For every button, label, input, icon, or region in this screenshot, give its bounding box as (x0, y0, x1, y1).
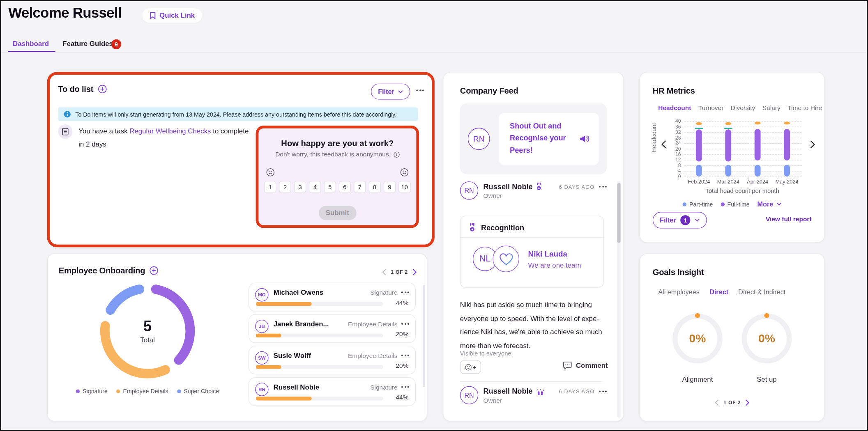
medal-icon (469, 223, 475, 232)
onboarding-prev-icon[interactable] (382, 269, 387, 275)
todo-filter-button[interactable]: Filter (371, 83, 410, 99)
employee-row-menu[interactable] (401, 386, 409, 388)
post-timestamp: 6 DAYS AGO (559, 183, 595, 190)
setup-gauge: 0% (742, 314, 792, 363)
survey-subtitle-text: Don't worry, this feedback is anonymous. (275, 151, 391, 158)
post-body-line: Niki has put aside so much time to bring… (460, 298, 602, 312)
hr-tab-diversity[interactable]: Diversity (731, 105, 755, 111)
progress-track (256, 365, 383, 369)
hr-chart-next-icon[interactable] (810, 140, 815, 149)
setup-gauge-value: 0% (742, 314, 792, 363)
shout-out-inner: Shout Out and Recognise your Peers! (499, 113, 599, 165)
employee-stage: Employee Details (348, 352, 398, 359)
employee-row-menu[interactable] (401, 323, 409, 325)
employee-name: Michael Owens (274, 289, 324, 296)
avatar: RN (460, 181, 478, 199)
divider (460, 237, 603, 238)
tab-dashboard[interactable]: Dashboard (13, 40, 49, 48)
onboarding-row-susie: SW Susie Wolff Employee Details 20% (249, 346, 416, 374)
goals-tab-all-employees[interactable]: All employees (658, 288, 700, 296)
goals-insight-card: Goals Insight All employees Direct Direc… (639, 253, 824, 422)
shout-out-banner[interactable]: RN Shout Out and Recognise your Peers! (460, 103, 607, 174)
onboarding-next-icon[interactable] (412, 269, 417, 275)
employee-name: Janek Branden... (274, 320, 329, 328)
todo-info-banner: To Do items will only start generating f… (58, 107, 418, 121)
post-author-role: Owner (483, 397, 545, 404)
recognition-heart-badge (493, 245, 519, 272)
setup-gauge-label: Set up (734, 376, 800, 383)
task-link[interactable]: Regular Wellbeing Checks (129, 127, 211, 135)
legend-label-part-time: Part-time (689, 201, 713, 207)
rating-button-9[interactable]: 9 (383, 181, 396, 193)
onboarding-row-michael-owens: MO Michael Owens Signature 44% (249, 283, 416, 312)
rating-button-7[interactable]: 7 (354, 181, 366, 193)
add-onboarding-icon[interactable] (150, 266, 159, 275)
hr-chart-prev-icon[interactable] (661, 140, 666, 149)
comment-button[interactable]: Comment (563, 361, 608, 369)
goals-tab-direct[interactable]: Direct (709, 288, 728, 296)
rating-button-1[interactable]: 1 (264, 181, 276, 193)
goals-tab-direct-indirect[interactable]: Direct & Indirect (738, 288, 785, 296)
todo-more-menu[interactable] (416, 89, 424, 91)
rating-button-10[interactable]: 10 (398, 181, 411, 193)
employee-stage: Signature (370, 384, 397, 390)
onboarding-scrollbar[interactable] (423, 285, 425, 387)
rating-button-6[interactable]: 6 (338, 181, 351, 193)
employee-name: Russell Noble (274, 383, 319, 391)
employee-row-menu[interactable] (401, 355, 409, 356)
add-reaction-button[interactable]: + (460, 360, 481, 374)
onboarding-legend: Signature Employee Details Super Choice (52, 388, 243, 394)
rating-scale: 1 2 3 4 5 6 7 8 9 10 (264, 181, 411, 193)
raised-hands-icon (536, 387, 545, 395)
employee-row-menu[interactable] (401, 291, 409, 293)
rating-button-3[interactable]: 3 (294, 181, 306, 193)
todo-title: To do list (58, 84, 93, 94)
quick-link-button[interactable]: Quick Link (142, 8, 202, 23)
goals-prev-icon[interactable] (715, 399, 719, 406)
view-full-report-link[interactable]: View full report (766, 216, 812, 222)
onboarding-pagination: 1 OF 2 (391, 269, 408, 275)
hr-metrics-title: HR Metrics (653, 86, 695, 95)
hr-tab-headcount[interactable]: Headcount (658, 105, 691, 111)
hr-chart-y-axis-label: Headcount (650, 118, 657, 157)
legend-label-super-choice: Super Choice (184, 388, 219, 394)
progress-fill (256, 302, 312, 306)
hr-tab-salary[interactable]: Salary (762, 105, 781, 111)
hr-filter-badge: 1 (680, 215, 690, 225)
smiley-icon (465, 364, 472, 370)
survey-question: How happy are you at work? (258, 138, 416, 148)
avatar: RN (468, 128, 490, 150)
post-more-menu[interactable] (599, 186, 607, 188)
survey-subtitle: Don't worry, this feedback is anonymous. (258, 151, 416, 158)
onboarding-title: Employee Onboarding (59, 266, 145, 275)
hr-filter-label: Filter (660, 216, 676, 224)
feed-scrollbar-thumb[interactable] (617, 183, 621, 243)
hr-tab-time-to-hire[interactable]: Time to Hire (787, 105, 822, 111)
comment-bubble-icon (563, 361, 572, 369)
plus-icon: + (473, 364, 477, 370)
tab-feature-guides[interactable]: Feature Guides (62, 40, 113, 48)
avatar: SW (255, 351, 268, 365)
survey-submit-button[interactable]: Submit (319, 206, 357, 220)
rating-button-5[interactable]: 5 (324, 181, 336, 193)
hr-tab-turnover[interactable]: Turnover (698, 105, 723, 111)
goals-next-icon[interactable] (745, 399, 750, 406)
post-more-menu[interactable] (599, 390, 607, 392)
goals-pagination: 1 OF 2 (723, 400, 741, 405)
bookmark-icon (150, 11, 156, 19)
progress-fill (256, 365, 281, 369)
rating-button-4[interactable]: 4 (309, 181, 321, 193)
megaphone-icon (579, 134, 590, 146)
avatar: MO (255, 288, 268, 301)
feed-scrollbar[interactable] (617, 181, 621, 418)
avatar: JB (255, 320, 268, 333)
page-title: Welcome Russell (8, 5, 121, 22)
hr-filter-button[interactable]: Filter 1 (653, 212, 707, 228)
recognition-box: Recognition NL Niki Lauda We are one tea… (460, 216, 604, 288)
rating-button-2[interactable]: 2 (279, 181, 291, 193)
happy-face-icon (400, 168, 408, 179)
add-todo-icon[interactable] (98, 85, 107, 94)
rating-button-8[interactable]: 8 (368, 181, 381, 193)
hr-legend-more-button[interactable]: More (757, 200, 782, 208)
task-text-pre: You have a task (78, 127, 127, 135)
